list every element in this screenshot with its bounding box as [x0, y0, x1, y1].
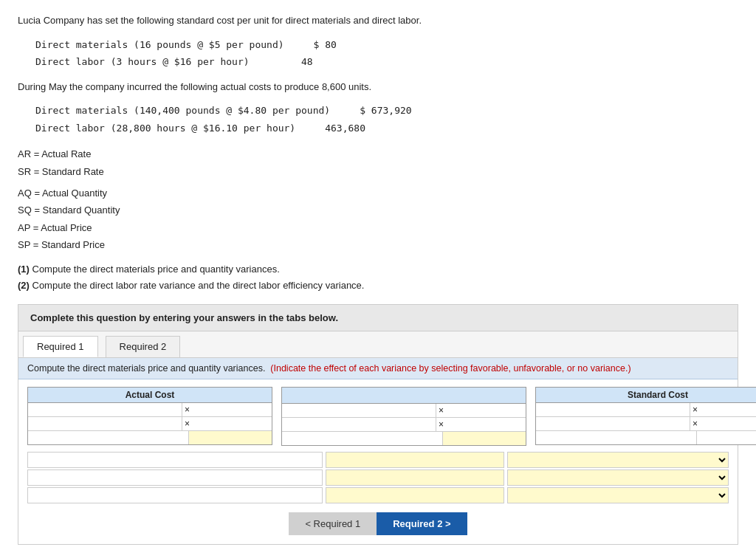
- actual-cost-block: Actual Cost × ×: [27, 387, 272, 446]
- middle-input-2b[interactable]: [446, 418, 526, 431]
- price-variance-select[interactable]: Favorable Unfavorable No variance: [507, 452, 729, 468]
- extra-variance-row: Favorable Unfavorable No variance: [27, 487, 729, 503]
- actual-row-3: [28, 431, 272, 444]
- std-cost-row-1: Direct materials (16 pounds @ $5 per pou…: [35, 36, 738, 53]
- standard-input-3a[interactable]: [536, 431, 697, 444]
- extra-variance-select[interactable]: Favorable Unfavorable No variance: [507, 487, 729, 503]
- standard-input-2a[interactable]: [536, 417, 690, 430]
- quantity-variance-value-input[interactable]: [326, 469, 504, 486]
- prev-button[interactable]: < Required 1: [289, 512, 377, 535]
- actual-input-2a[interactable]: [28, 417, 182, 430]
- price-variance-row: Favorable Unfavorable No variance: [27, 452, 729, 468]
- cost-grid: Actual Cost × ×: [27, 387, 729, 446]
- tab-required-1[interactable]: Required 1: [23, 336, 98, 357]
- standard-input-1a[interactable]: [536, 403, 690, 416]
- abbreviations: AR = Actual Rate SR = Standard Rate AQ =…: [18, 145, 738, 253]
- act-cost-row-2: Direct labor (28,800 hours @ $16.10 per …: [35, 120, 738, 137]
- actual-input-3a[interactable]: [28, 431, 189, 444]
- standard-row-3: [536, 431, 756, 444]
- actual-cost-header: Actual Cost: [28, 388, 272, 403]
- standard-row-1: ×: [536, 403, 756, 417]
- variance-section: Favorable Unfavorable No variance Favora…: [27, 452, 729, 503]
- quantity-variance-row: Favorable Unfavorable No variance: [27, 469, 729, 486]
- actual-total-yellow[interactable]: [189, 431, 272, 444]
- question-header: Compute the direct materials price and q…: [18, 358, 738, 379]
- price-variance-value-input[interactable]: [326, 452, 504, 468]
- intro-paragraph: Lucia Company has set the following stan…: [18, 13, 738, 29]
- actual-intro: During May the company incurred the foll…: [18, 80, 738, 95]
- act-cost-row-1: Direct materials (140,400 pounds @ $4.80…: [35, 102, 738, 119]
- tabs-container: Required 1 Required 2 Compute the direct…: [18, 331, 738, 545]
- standard-input-1b[interactable]: [700, 403, 756, 416]
- variance-table-area: Actual Cost × ×: [18, 379, 738, 544]
- middle-input-2a[interactable]: [282, 418, 436, 431]
- standard-cost-header: Standard Cost: [536, 388, 756, 403]
- extra-value-input[interactable]: [326, 487, 504, 503]
- middle-total-yellow[interactable]: [443, 432, 526, 445]
- standard-cost-block: Standard Cost × ×: [535, 387, 756, 446]
- standard-input-2b[interactable]: [700, 417, 756, 430]
- complete-box: Complete this question by entering your …: [18, 304, 738, 331]
- extra-label-input[interactable]: [27, 487, 323, 503]
- actual-input-1a[interactable]: [28, 403, 182, 416]
- quantity-variance-select[interactable]: Favorable Unfavorable No variance: [507, 469, 729, 486]
- tab-content-req1: Compute the direct materials price and q…: [18, 358, 738, 544]
- standard-costs-table: Direct materials (16 pounds @ $5 per pou…: [35, 36, 738, 71]
- actual-input-2b[interactable]: [192, 417, 272, 430]
- actual-input-1b[interactable]: [192, 403, 272, 416]
- std-cost-row-2: Direct labor (3 hours @ $16 per hour) 48: [35, 53, 738, 70]
- middle-row-3: [282, 432, 526, 445]
- tabs-header: Required 1 Required 2: [18, 331, 738, 358]
- actual-costs-table: Direct materials (140,400 pounds @ $4.80…: [35, 102, 738, 137]
- middle-row-2: ×: [282, 418, 526, 432]
- actual-row-1: ×: [28, 403, 272, 417]
- bottom-navigation: < Required 1 Required 2 >: [27, 503, 729, 540]
- price-variance-label-input[interactable]: [27, 452, 323, 468]
- middle-input-3a[interactable]: [282, 432, 443, 445]
- instructions: (1) Compute the direct materials price a…: [18, 261, 738, 294]
- middle-input-1b[interactable]: [446, 404, 526, 417]
- tab-required-2[interactable]: Required 2: [106, 336, 181, 357]
- middle-input-1a[interactable]: [282, 404, 436, 417]
- standard-row-2: ×: [536, 417, 756, 431]
- next-button[interactable]: Required 2 >: [377, 512, 467, 535]
- variance-rows: Favorable Unfavorable No variance Favora…: [27, 452, 729, 503]
- middle-row-1: ×: [282, 404, 526, 418]
- actual-row-2: ×: [28, 417, 272, 431]
- middle-block: × ×: [281, 387, 526, 446]
- quantity-variance-label-input[interactable]: [27, 469, 323, 486]
- standard-input-3b[interactable]: [697, 431, 756, 444]
